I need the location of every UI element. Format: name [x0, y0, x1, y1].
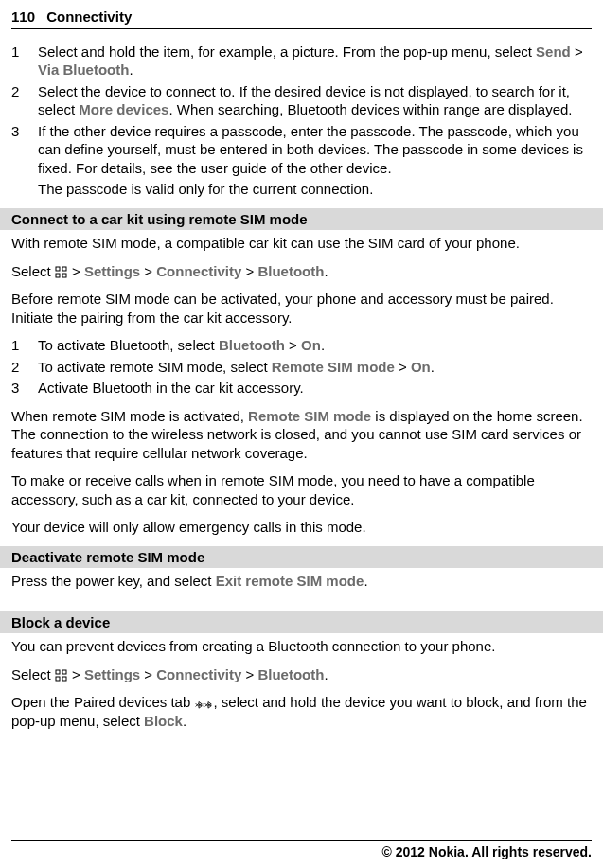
svg-rect-1 — [62, 267, 66, 271]
step-text: Select and hold the item, for example, a… — [38, 43, 592, 80]
step-extra-text: The passcode is valid only for the curre… — [11, 180, 592, 199]
menu-icon — [55, 668, 68, 682]
step-number: 2 — [11, 358, 38, 377]
page-footer: © 2012 Nokia. All rights reserved. — [11, 840, 592, 860]
step-text: Activate Bluetooth in the car kit access… — [38, 379, 592, 398]
list-item: 1 To activate Bluetooth, select Bluetoot… — [11, 336, 592, 355]
svg-rect-7 — [62, 677, 66, 681]
svg-rect-3 — [62, 274, 66, 277]
menu-icon — [55, 265, 68, 278]
list-item: 2 Select the device to connect to. If th… — [11, 82, 592, 119]
section-header-remote-sim: Connect to a car kit using remote SIM mo… — [0, 208, 603, 231]
page-number: 110 — [11, 9, 35, 25]
remote-sim-after2: To make or receive calls when in remote … — [11, 471, 592, 508]
remote-sim-before: Before remote SIM mode can be activated,… — [11, 290, 592, 327]
list-item: 1 Select and hold the item, for example,… — [11, 43, 592, 80]
remote-sim-after1: When remote SIM mode is activated, Remot… — [11, 407, 592, 463]
list-item: 3 If the other device requires a passcod… — [11, 122, 592, 178]
bluetooth-tab-icon — [194, 697, 213, 710]
list-item: 3 Activate Bluetooth in the car kit acce… — [11, 379, 592, 398]
step-number: 2 — [11, 82, 38, 119]
remote-sim-select-path: Select > Settings > Connectivity > Bluet… — [11, 262, 592, 281]
section-header-block: Block a device — [0, 611, 603, 634]
top-steps-list: 1 Select and hold the item, for example,… — [11, 43, 592, 178]
remote-sim-after3: Your device will only allow emergency ca… — [11, 518, 592, 537]
section-header-deactivate: Deactivate remote SIM mode — [0, 546, 603, 569]
svg-rect-0 — [56, 267, 60, 271]
block-tab-text: Open the Paired devices tab , select and… — [11, 693, 592, 730]
svg-rect-6 — [56, 677, 60, 681]
svg-rect-4 — [56, 670, 60, 674]
step-number: 3 — [11, 122, 38, 178]
step-number: 1 — [11, 336, 38, 355]
step-text: Select the device to connect to. If the … — [38, 82, 592, 119]
deactivate-text: Press the power key, and select Exit rem… — [11, 572, 592, 591]
remote-sim-intro: With remote SIM mode, a compatible car k… — [11, 234, 592, 253]
remote-sim-steps: 1 To activate Bluetooth, select Bluetoot… — [11, 336, 592, 398]
step-number: 3 — [11, 379, 38, 398]
step-text: To activate Bluetooth, select Bluetooth … — [38, 336, 592, 355]
svg-rect-5 — [62, 670, 66, 674]
page-content: 110 Connectivity 1 Select and hold the i… — [0, 0, 603, 730]
page-header: 110 Connectivity — [11, 8, 592, 29]
step-text: If the other device requires a passcode,… — [38, 122, 592, 178]
list-item: 2 To activate remote SIM mode, select Re… — [11, 358, 592, 377]
block-intro: You can prevent devices from creating a … — [11, 637, 592, 656]
step-number: 1 — [11, 43, 38, 80]
step-text: To activate remote SIM mode, select Remo… — [38, 358, 592, 377]
svg-rect-2 — [56, 274, 60, 277]
section-title: Connectivity — [46, 9, 132, 25]
block-select-path: Select > Settings > Connectivity > Bluet… — [11, 665, 592, 684]
